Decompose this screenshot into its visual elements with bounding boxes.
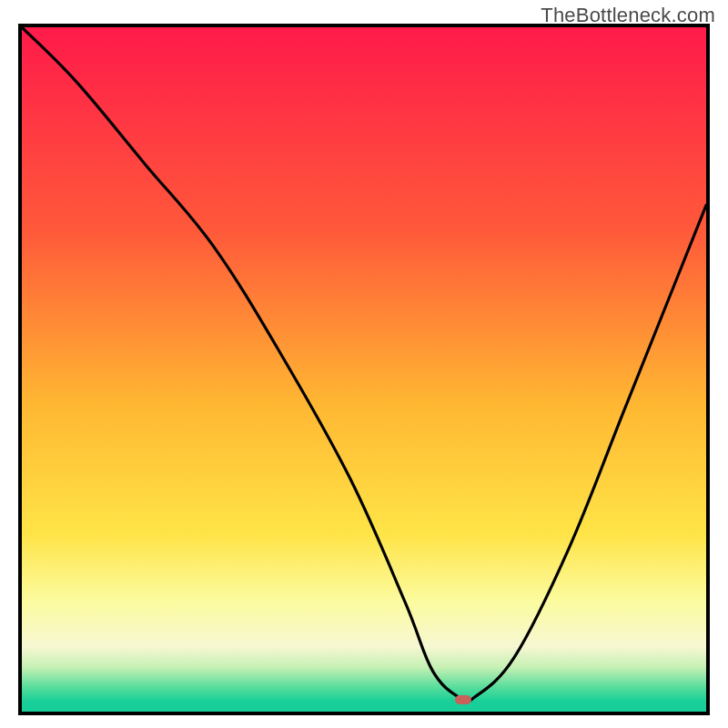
plot-frame (18, 24, 710, 715)
optimal-marker (455, 695, 471, 704)
bottleneck-curve (22, 27, 706, 712)
chart-canvas: TheBottleneck.com (0, 0, 728, 728)
curve-path (22, 27, 706, 703)
